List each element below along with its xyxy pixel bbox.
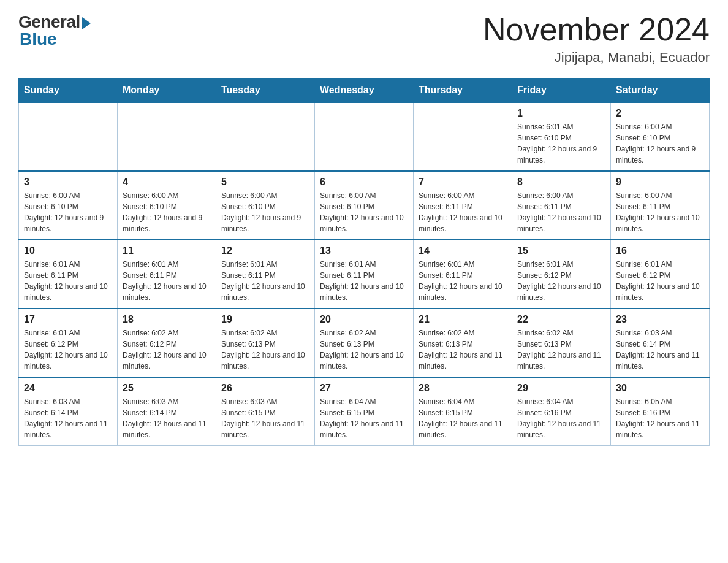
calendar-cell: 16Sunrise: 6:01 AMSunset: 6:12 PMDayligh… (611, 240, 710, 308)
calendar-cell: 9Sunrise: 6:00 AMSunset: 6:11 PMDaylight… (611, 171, 710, 240)
day-info: Sunrise: 6:02 AMSunset: 6:13 PMDaylight:… (221, 327, 309, 372)
day-number: 21 (419, 314, 507, 325)
day-info: Sunrise: 6:00 AMSunset: 6:11 PMDaylight:… (517, 190, 605, 234)
day-number: 20 (320, 314, 408, 325)
calendar-week-1: 1Sunrise: 6:01 AMSunset: 6:10 PMDaylight… (19, 102, 710, 171)
day-number: 15 (517, 245, 605, 256)
calendar-cell: 6Sunrise: 6:00 AMSunset: 6:10 PMDaylight… (315, 171, 414, 240)
calendar-cell: 12Sunrise: 6:01 AMSunset: 6:11 PMDayligh… (216, 240, 315, 308)
day-info: Sunrise: 6:00 AMSunset: 6:10 PMDaylight:… (123, 190, 211, 234)
logo-arrow-icon (82, 17, 91, 29)
day-number: 14 (419, 245, 507, 256)
day-number: 25 (123, 383, 211, 394)
calendar-cell: 5Sunrise: 6:00 AMSunset: 6:10 PMDaylight… (216, 171, 315, 240)
day-info: Sunrise: 6:02 AMSunset: 6:13 PMDaylight:… (320, 327, 408, 372)
day-info: Sunrise: 6:01 AMSunset: 6:12 PMDaylight:… (24, 327, 112, 372)
calendar-cell: 4Sunrise: 6:00 AMSunset: 6:10 PMDaylight… (118, 171, 216, 240)
title-block: November 2024 Jipijapa, Manabi, Ecuador (483, 12, 710, 66)
calendar-cell: 14Sunrise: 6:01 AMSunset: 6:11 PMDayligh… (414, 240, 512, 308)
day-info: Sunrise: 6:02 AMSunset: 6:12 PMDaylight:… (123, 327, 211, 372)
day-info: Sunrise: 6:01 AMSunset: 6:12 PMDaylight:… (517, 259, 605, 303)
day-info: Sunrise: 6:00 AMSunset: 6:10 PMDaylight:… (24, 190, 112, 234)
day-number: 11 (123, 245, 211, 256)
calendar-cell: 11Sunrise: 6:01 AMSunset: 6:11 PMDayligh… (118, 240, 216, 308)
column-header-sunday: Sunday (19, 79, 118, 103)
day-number: 18 (123, 314, 211, 325)
day-info: Sunrise: 6:04 AMSunset: 6:15 PMDaylight:… (419, 396, 507, 440)
column-header-thursday: Thursday (414, 79, 512, 103)
calendar-cell: 10Sunrise: 6:01 AMSunset: 6:11 PMDayligh… (19, 240, 118, 308)
logo: General Blue (18, 12, 91, 49)
day-number: 5 (221, 177, 309, 188)
page-header: General Blue November 2024 Jipijapa, Man… (18, 12, 710, 66)
day-number: 6 (320, 177, 408, 188)
calendar-week-4: 17Sunrise: 6:01 AMSunset: 6:12 PMDayligh… (19, 308, 710, 377)
day-number: 24 (24, 383, 112, 394)
calendar-cell: 30Sunrise: 6:05 AMSunset: 6:16 PMDayligh… (611, 377, 710, 446)
day-info: Sunrise: 6:01 AMSunset: 6:12 PMDaylight:… (616, 259, 704, 303)
day-info: Sunrise: 6:01 AMSunset: 6:10 PMDaylight:… (517, 121, 605, 166)
calendar-cell: 18Sunrise: 6:02 AMSunset: 6:12 PMDayligh… (118, 308, 216, 377)
calendar-week-2: 3Sunrise: 6:00 AMSunset: 6:10 PMDaylight… (19, 171, 710, 240)
day-info: Sunrise: 6:02 AMSunset: 6:13 PMDaylight:… (517, 327, 605, 372)
day-info: Sunrise: 6:03 AMSunset: 6:14 PMDaylight:… (123, 396, 211, 440)
calendar-cell: 8Sunrise: 6:00 AMSunset: 6:11 PMDaylight… (512, 171, 611, 240)
day-info: Sunrise: 6:02 AMSunset: 6:13 PMDaylight:… (419, 327, 507, 372)
day-number: 23 (616, 314, 704, 325)
day-info: Sunrise: 6:03 AMSunset: 6:14 PMDaylight:… (24, 396, 112, 440)
calendar-cell (315, 102, 414, 171)
calendar-cell (118, 102, 216, 171)
day-number: 4 (123, 177, 211, 188)
day-number: 13 (320, 245, 408, 256)
day-number: 22 (517, 314, 605, 325)
day-number: 7 (419, 177, 507, 188)
calendar-cell: 3Sunrise: 6:00 AMSunset: 6:10 PMDaylight… (19, 171, 118, 240)
calendar-cell: 2Sunrise: 6:00 AMSunset: 6:10 PMDaylight… (611, 102, 710, 171)
calendar-cell (414, 102, 512, 171)
day-info: Sunrise: 6:01 AMSunset: 6:11 PMDaylight:… (221, 259, 309, 303)
day-info: Sunrise: 6:03 AMSunset: 6:14 PMDaylight:… (616, 327, 704, 372)
day-info: Sunrise: 6:00 AMSunset: 6:10 PMDaylight:… (221, 190, 309, 234)
calendar-cell: 19Sunrise: 6:02 AMSunset: 6:13 PMDayligh… (216, 308, 315, 377)
day-info: Sunrise: 6:01 AMSunset: 6:11 PMDaylight:… (24, 259, 112, 303)
day-info: Sunrise: 6:00 AMSunset: 6:10 PMDaylight:… (616, 121, 704, 166)
calendar-title: November 2024 (483, 12, 710, 47)
day-info: Sunrise: 6:01 AMSunset: 6:11 PMDaylight:… (123, 259, 211, 303)
day-info: Sunrise: 6:04 AMSunset: 6:16 PMDaylight:… (517, 396, 605, 440)
calendar-cell: 27Sunrise: 6:04 AMSunset: 6:15 PMDayligh… (315, 377, 414, 446)
day-number: 1 (517, 108, 605, 119)
day-info: Sunrise: 6:00 AMSunset: 6:11 PMDaylight:… (419, 190, 507, 234)
column-header-saturday: Saturday (611, 79, 710, 103)
calendar-cell: 24Sunrise: 6:03 AMSunset: 6:14 PMDayligh… (19, 377, 118, 446)
day-info: Sunrise: 6:00 AMSunset: 6:11 PMDaylight:… (616, 190, 704, 234)
calendar-cell: 20Sunrise: 6:02 AMSunset: 6:13 PMDayligh… (315, 308, 414, 377)
calendar-cell: 23Sunrise: 6:03 AMSunset: 6:14 PMDayligh… (611, 308, 710, 377)
calendar-header-row: SundayMondayTuesdayWednesdayThursdayFrid… (19, 79, 710, 103)
calendar-cell: 17Sunrise: 6:01 AMSunset: 6:12 PMDayligh… (19, 308, 118, 377)
calendar-cell (19, 102, 118, 171)
calendar-cell: 15Sunrise: 6:01 AMSunset: 6:12 PMDayligh… (512, 240, 611, 308)
logo-blue-text: Blue (20, 29, 57, 49)
column-header-friday: Friday (512, 79, 611, 103)
day-number: 17 (24, 314, 112, 325)
day-info: Sunrise: 6:01 AMSunset: 6:11 PMDaylight:… (320, 259, 408, 303)
column-header-wednesday: Wednesday (315, 79, 414, 103)
day-info: Sunrise: 6:01 AMSunset: 6:11 PMDaylight:… (419, 259, 507, 303)
day-number: 3 (24, 177, 112, 188)
calendar-cell (216, 102, 315, 171)
day-number: 28 (419, 383, 507, 394)
day-number: 2 (616, 108, 704, 119)
calendar-cell: 7Sunrise: 6:00 AMSunset: 6:11 PMDaylight… (414, 171, 512, 240)
calendar-cell: 29Sunrise: 6:04 AMSunset: 6:16 PMDayligh… (512, 377, 611, 446)
calendar-cell: 26Sunrise: 6:03 AMSunset: 6:15 PMDayligh… (216, 377, 315, 446)
calendar-cell: 21Sunrise: 6:02 AMSunset: 6:13 PMDayligh… (414, 308, 512, 377)
calendar-cell: 25Sunrise: 6:03 AMSunset: 6:14 PMDayligh… (118, 377, 216, 446)
day-number: 16 (616, 245, 704, 256)
calendar-week-3: 10Sunrise: 6:01 AMSunset: 6:11 PMDayligh… (19, 240, 710, 308)
day-number: 9 (616, 177, 704, 188)
day-number: 8 (517, 177, 605, 188)
day-info: Sunrise: 6:00 AMSunset: 6:10 PMDaylight:… (320, 190, 408, 234)
day-number: 19 (221, 314, 309, 325)
day-number: 30 (616, 383, 704, 394)
calendar-cell: 13Sunrise: 6:01 AMSunset: 6:11 PMDayligh… (315, 240, 414, 308)
